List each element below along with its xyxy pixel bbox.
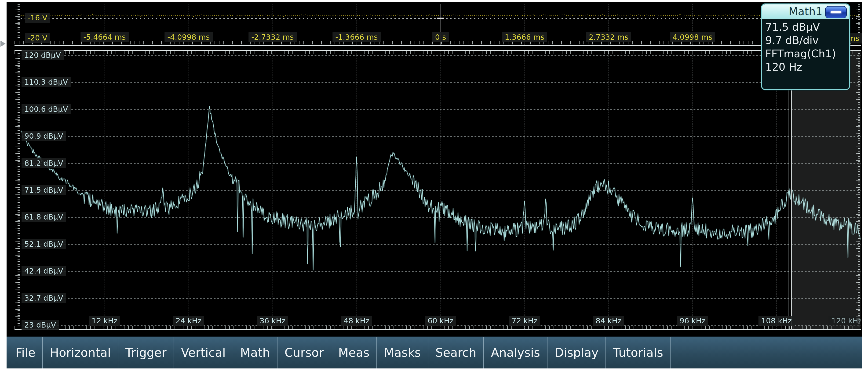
math1-badge[interactable]: Math1 71.5 dBµV 9.7 dB/div FFTmag(Ch1) 1… — [761, 3, 850, 90]
freq-label: 96 kHz — [677, 316, 708, 326]
menu-item-analysis[interactable]: Analysis — [484, 337, 548, 369]
menu-item-math[interactable]: Math — [233, 337, 278, 369]
scope-display: -5.4664 ms -4.0998 ms -2.7332 ms -1.3666… — [6, 2, 862, 368]
freq-label: 120 kHz — [829, 316, 861, 326]
readout-source: FFTmag(Ch1) — [765, 47, 846, 60]
db-label: 110.3 dBµV — [22, 77, 71, 87]
fft-plot: 12 kHz 24 kHz 36 kHz 48 kHz 60 kHz 72 kH… — [6, 50, 862, 330]
freq-label: 84 kHz — [593, 316, 624, 326]
acquisition-overlay-region — [792, 51, 861, 330]
db-label: 100.6 dBµV — [22, 104, 71, 114]
db-label: 23 dBµV — [22, 320, 59, 330]
time-label: 1.3666 ms — [502, 32, 547, 42]
minus-icon — [831, 11, 841, 13]
db-label: 71.5 dBµV — [22, 185, 66, 195]
menu-item-tutorials[interactable]: Tutorials — [606, 337, 671, 369]
math1-badge-readout: 71.5 dBµV 9.7 dB/div FFTmag(Ch1) 120 Hz — [762, 19, 849, 75]
db-label: 81.2 dBµV — [22, 158, 66, 168]
time-label: -2.7332 ms — [248, 32, 297, 42]
menu-item-horizontal[interactable]: Horizontal — [43, 337, 118, 369]
time-label: 4.0998 ms — [670, 32, 715, 42]
db-label: 42.4 dBµV — [22, 266, 66, 276]
menu-item-file[interactable]: File — [6, 337, 43, 369]
time-label: 2.7332 ms — [586, 32, 631, 42]
db-label: 120 dBµV — [22, 50, 64, 60]
volt-label: -16 V — [25, 13, 50, 23]
freq-label: 36 kHz — [257, 316, 288, 326]
readout-rbw: 120 Hz — [765, 60, 846, 74]
time-domain-strip: -5.4664 ms -4.0998 ms -2.7332 ms -1.3666… — [6, 3, 862, 47]
volt-label: -20 V — [25, 33, 50, 43]
menu-item-vertical[interactable]: Vertical — [174, 337, 233, 369]
strip-plot-area: -5.4664 ms -4.0998 ms -2.7332 ms -1.3666… — [21, 3, 861, 46]
db-label: 52.1 dBµV — [22, 239, 66, 249]
time-label: -1.3666 ms — [333, 32, 381, 42]
math1-badge-header[interactable]: Math1 — [762, 4, 849, 19]
fft-trace-canvas — [21, 51, 861, 330]
menu-item-masks[interactable]: Masks — [377, 337, 428, 369]
freq-label: 108 kHz — [758, 316, 795, 326]
oscilloscope-application: -5.4664 ms -4.0998 ms -2.7332 ms -1.3666… — [0, 0, 868, 375]
menu-item-meas[interactable]: Meas — [331, 337, 377, 369]
menu-item-display[interactable]: Display — [548, 337, 606, 369]
menu-item-search[interactable]: Search — [428, 337, 484, 369]
freq-label: 24 kHz — [173, 316, 204, 326]
time-label-trigger: 0 s — [432, 32, 449, 42]
menu-bar: File Horizontal Trigger Vertical Math Cu… — [6, 336, 862, 369]
freq-label: 48 kHz — [341, 316, 372, 326]
freq-label: 12 kHz — [89, 316, 120, 326]
db-label: 61.8 dBµV — [22, 212, 66, 222]
trace-handle-icon[interactable] — [0, 41, 6, 47]
db-label: 32.7 dBµV — [22, 293, 66, 303]
minimize-button[interactable] — [825, 6, 847, 18]
readout-div: 9.7 dB/div — [765, 34, 846, 47]
time-label: -4.0998 ms — [164, 32, 213, 42]
fft-plot-area: 12 kHz 24 kHz 36 kHz 48 kHz 60 kHz 72 kH… — [21, 51, 861, 330]
freq-label: 72 kHz — [509, 316, 540, 326]
readout-scale: 71.5 dBµV — [765, 20, 846, 34]
db-label: 90.9 dBµV — [22, 131, 66, 141]
menu-item-trigger[interactable]: Trigger — [118, 337, 174, 369]
strip-left-ruler — [14, 3, 20, 40]
plot-left-ruler — [14, 52, 20, 328]
menu-item-cursor[interactable]: Cursor — [277, 337, 331, 369]
math1-badge-title: Math1 — [789, 5, 823, 18]
freq-label: 60 kHz — [425, 316, 456, 326]
time-label: -5.4664 ms — [81, 32, 129, 42]
